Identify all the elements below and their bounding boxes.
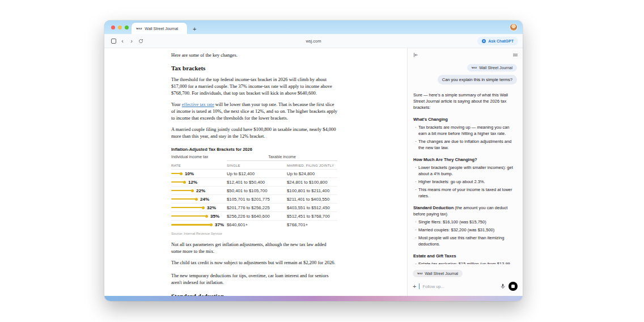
rate-dot — [205, 215, 208, 218]
bullet-item: ·This means more of your income is taxed… — [413, 187, 517, 199]
content-area: Here are some of the key changes. Tax br… — [104, 48, 523, 296]
assistant-section: How Much Are They Changing? ·Lower brack… — [413, 156, 517, 199]
rate-bar — [171, 173, 180, 175]
article-page: Here are some of the key changes. Tax br… — [104, 48, 407, 296]
article-paragraph: The threshold for the top federal income… — [171, 76, 337, 96]
wsj-favicon-icon: WSJ — [417, 272, 422, 275]
browser-toolbar: ‹ › wsj.com Ask ChatGPT — [104, 34, 523, 48]
table-source: Source: Internal Revenue Service — [171, 232, 337, 235]
rate-dot — [180, 172, 183, 175]
assistant-intro: Sure — here's a simple summary of what t… — [413, 92, 517, 111]
table-row: 37% $640,601+ $768,701+ — [171, 221, 337, 229]
table-title: Inflation-Adjusted Tax Brackets for 2026 — [171, 147, 337, 152]
wsj-favicon-icon: WSJ — [472, 66, 477, 69]
bullet-item: ·The changes are due to inflation adjust… — [413, 138, 517, 151]
column-header-married: MARRIED, FILING JOINTLY — [287, 163, 337, 167]
article-paragraph: The new temporary deductions for tips, o… — [171, 272, 337, 286]
chatgpt-logo-icon — [482, 39, 486, 43]
close-window-button[interactable] — [111, 26, 115, 29]
text-caret — [419, 283, 420, 289]
table-row: 32% $201,776 to $256,225 $403,551 to $51… — [171, 204, 337, 212]
assistant-section: What's Changing ·Tax brackets are moving… — [413, 116, 517, 151]
address-url[interactable]: wsj.com — [104, 39, 523, 44]
profile-avatar[interactable] — [510, 24, 517, 31]
window-gradient-edge — [104, 296, 523, 301]
collapse-sidebar-icon[interactable] — [413, 50, 418, 60]
zoom-window-button[interactable] — [125, 26, 129, 29]
composer-input[interactable]: + Follow up... — [413, 281, 518, 291]
rate-dot — [210, 223, 213, 226]
table-row: 22% $50,401 to $105,700 $100,801 to $211… — [171, 187, 337, 195]
article-paragraph: Your effective tax rate will be lower th… — [171, 101, 337, 121]
conversation: WSJ Wall Street Journal Can you explain … — [408, 62, 523, 264]
attach-plus-icon[interactable]: + — [413, 283, 416, 289]
table-right-label: Taxable income — [227, 155, 337, 161]
tab-strip: WSJ Wall Street Journal + — [104, 20, 523, 34]
ask-chatgpt-button[interactable]: Ask ChatGPT — [477, 37, 518, 45]
rate-bar — [171, 224, 210, 226]
assistant-section: Estate and Gift Taxes ·Estate tax exclus… — [413, 253, 517, 264]
tax-bracket-table: Inflation-Adjusted Tax Brackets for 2026… — [171, 147, 337, 235]
composer: WSJ Wall Street Journal + Follow up... — [408, 264, 523, 296]
minimize-window-button[interactable] — [118, 26, 122, 29]
article-paragraph: A married couple filing jointly could ha… — [171, 126, 337, 139]
new-tab-button[interactable]: + — [193, 26, 196, 32]
article-paragraph: Not all tax parameters get inflation adj… — [171, 241, 337, 255]
section-heading-tax-brackets: Tax brackets — [171, 65, 337, 71]
back-icon[interactable]: ‹ — [118, 36, 127, 45]
table-left-label: Individual income tax — [171, 155, 227, 161]
table-row: 12% $12,401 to $50,400 $24,801 to $100,8… — [171, 178, 337, 187]
window-controls — [111, 26, 129, 29]
composer-placeholder: Follow up... — [422, 284, 497, 289]
article-intro: Here are some of the key changes. — [171, 52, 337, 58]
rate-bar — [171, 190, 192, 192]
bullet-item: ·Lower brackets (people with smaller inc… — [413, 164, 517, 177]
rate-dot — [195, 198, 198, 201]
assistant-section: Standard Deduction (the amount you can d… — [413, 205, 517, 247]
bullet-item: ·Single filers: $16,100 (was $15,750) — [413, 219, 517, 225]
rate-dot — [191, 189, 194, 192]
column-header-single: SINGLE — [227, 163, 287, 167]
page-context-chip[interactable]: WSJ Wall Street Journal — [467, 64, 517, 71]
sidebar-toggle-icon[interactable] — [109, 36, 118, 45]
article-paragraph: The child tax credit is now subject to a… — [171, 259, 337, 266]
sidebar-header — [408, 48, 523, 62]
assistant-message: Sure — here's a simple summary of what t… — [413, 92, 517, 264]
composer-context-chip[interactable]: WSJ Wall Street Journal — [413, 270, 463, 277]
rate-bar — [171, 181, 184, 183]
rate-bar — [171, 207, 202, 209]
table-row: 24% $105,701 to $201,775 $211,401 to $40… — [171, 195, 337, 204]
wsj-favicon-icon: WSJ — [136, 27, 142, 30]
sidebar-menu-icon[interactable] — [513, 54, 518, 57]
bullet-item: ·Married couples: $32,200 (was $31,500) — [413, 227, 517, 233]
reload-icon[interactable] — [136, 36, 145, 45]
bullet-item: ·Higher brackets: go up about 2.3%. — [413, 179, 517, 185]
stop-generating-button[interactable] — [509, 282, 518, 291]
bullet-item: ·Most people will use this rather than i… — [413, 235, 517, 247]
table-row: 10% Up to $12,400 Up to $24,800 — [171, 170, 337, 178]
rate-bar — [171, 215, 206, 217]
browser-window: WSJ Wall Street Journal + ‹ › wsj.com As… — [104, 20, 523, 301]
table-header-row: RATE SINGLE MARRIED, FILING JOINTLY — [171, 161, 337, 170]
chatgpt-sidebar: WSJ Wall Street Journal Can you explain … — [407, 48, 523, 296]
microphone-icon[interactable] — [500, 281, 506, 291]
rate-dot — [202, 206, 205, 209]
user-message: Can you explain this in simple terms? — [438, 75, 517, 84]
bullet-item: ·Tax brackets are moving up — meaning yo… — [413, 124, 517, 137]
tab-title: Wall Street Journal — [145, 27, 178, 31]
column-header-rate: RATE — [171, 163, 227, 167]
effective-tax-rate-link[interactable]: effective tax rate — [182, 101, 214, 107]
table-row: 35% $256,226 to $640,600 $512,451 to $76… — [171, 212, 337, 221]
rate-bar — [171, 198, 196, 200]
browser-tab[interactable]: WSJ Wall Street Journal — [132, 23, 187, 34]
forward-icon[interactable]: › — [127, 36, 136, 45]
rate-dot — [183, 181, 186, 184]
